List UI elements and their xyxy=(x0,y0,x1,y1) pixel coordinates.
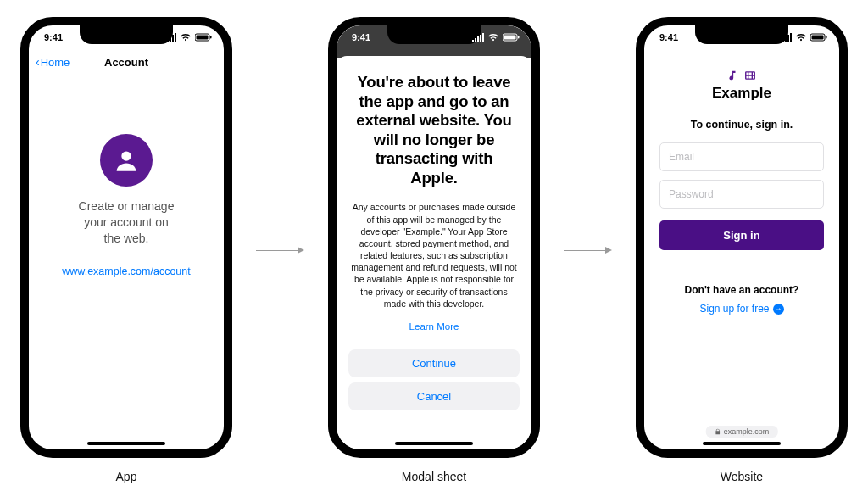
film-icon xyxy=(743,70,757,81)
wifi-icon xyxy=(795,33,807,42)
notch xyxy=(695,25,788,44)
caption-web: Website xyxy=(721,470,763,483)
svg-rect-6 xyxy=(518,36,520,39)
email-field[interactable]: Email xyxy=(659,142,824,171)
continue-button[interactable]: Continue xyxy=(348,349,520,377)
lock-icon xyxy=(715,428,721,435)
home-indicator xyxy=(87,442,165,445)
battery-icon xyxy=(195,33,212,42)
phone-app: 9:41 ‹ Home Account Create xyxy=(20,17,232,458)
svg-rect-2 xyxy=(210,36,212,39)
phone-website: 9:41 Example To continue, sign in. Email… xyxy=(636,17,848,458)
status-time: 9:41 xyxy=(659,32,678,42)
modal-body: Any accounts or purchases made outside o… xyxy=(348,201,520,310)
home-indicator xyxy=(395,442,473,445)
modal-sheet: You're about to leave the app and go to … xyxy=(337,56,531,449)
account-link[interactable]: www.example.com/account xyxy=(62,265,190,277)
caption-modal: Modal sheet xyxy=(402,470,466,483)
password-field[interactable]: Password xyxy=(659,180,824,209)
svg-point-3 xyxy=(121,151,131,160)
modal-title: You're about to leave the app and go to … xyxy=(348,73,520,187)
signin-button[interactable]: Sign in xyxy=(659,220,824,250)
status-indicators xyxy=(472,33,520,42)
wifi-icon xyxy=(487,33,499,42)
phone-modal: 9:41 You're about to leave the app and g… xyxy=(328,17,540,458)
signin-heading: To continue, sign in. xyxy=(691,119,793,131)
signal-icon xyxy=(472,33,484,42)
avatar-icon xyxy=(100,134,153,187)
app-message: Create or manage your account on the web… xyxy=(53,198,200,247)
address-text: example.com xyxy=(724,427,770,436)
battery-icon xyxy=(503,33,520,42)
svg-rect-8 xyxy=(812,36,824,40)
no-account-text: Don't have an account? xyxy=(685,284,799,296)
music-note-icon xyxy=(726,70,738,81)
svg-rect-9 xyxy=(826,36,827,39)
status-time: 9:41 xyxy=(44,32,63,42)
wifi-icon xyxy=(180,33,192,42)
notch xyxy=(80,25,173,44)
page-title: Account xyxy=(29,56,224,69)
address-bar[interactable]: example.com xyxy=(706,426,778,438)
battery-icon xyxy=(810,33,827,42)
caption-app: App xyxy=(116,470,137,483)
status-bar: 9:41 xyxy=(337,25,531,49)
nav-bar: ‹ Home Account xyxy=(29,49,224,75)
flow-arrow xyxy=(564,250,612,251)
cancel-button[interactable]: Cancel xyxy=(348,382,520,410)
status-time: 9:41 xyxy=(352,32,370,42)
signup-label: Sign up for free xyxy=(699,303,769,315)
signup-link[interactable]: Sign up for free → xyxy=(699,303,783,315)
brand-name: Example xyxy=(712,85,771,102)
learn-more-link[interactable]: Learn More xyxy=(348,321,520,332)
brand-logo xyxy=(726,70,757,81)
home-indicator xyxy=(703,442,781,445)
arrow-right-icon: → xyxy=(773,304,784,315)
svg-rect-5 xyxy=(504,36,516,40)
svg-rect-1 xyxy=(197,36,209,40)
flow-arrow xyxy=(256,250,304,251)
